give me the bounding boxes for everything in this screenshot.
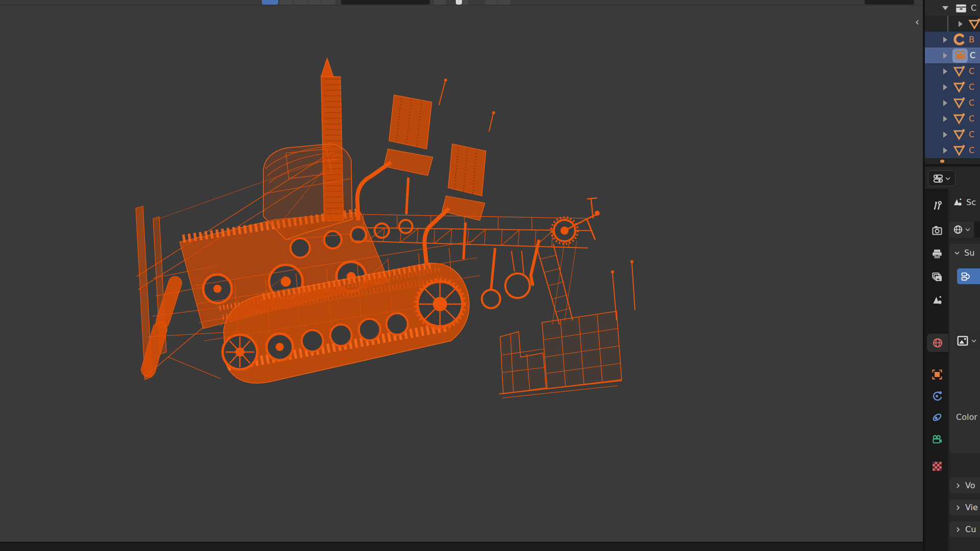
outliner-item-label[interactable]: C [969,66,974,76]
collapse-caret-icon[interactable] [942,6,948,10]
tab-output[interactable] [926,245,948,263]
surface-panel-label: Su [964,248,974,258]
expand-caret-icon[interactable] [943,147,947,154]
outliner-item-label[interactable]: C [969,130,974,139]
curve-icon [952,33,966,46]
image-icon [957,335,969,347]
custom-properties-panel-header[interactable]: Cu [950,521,980,537]
outliner-row-clipped [940,160,944,163]
tab-view-layer[interactable] [926,268,948,287]
world-id-row [949,221,980,238]
outliner-item-label[interactable]: C [969,98,974,108]
outliner-row-camera-active[interactable]: C [925,47,980,63]
outliner-item-label[interactable]: C [971,3,976,13]
tab-tool[interactable] [926,197,948,215]
active-icon-highlight [952,48,968,63]
outliner-row-mesh[interactable]: C [925,111,980,127]
outliner-row-child-object[interactable] [925,16,980,32]
tab-texture[interactable] [926,457,948,475]
volume-panel-header[interactable]: Vo [950,478,980,493]
mesh-data-icon [952,144,966,157]
chevron-down-icon [945,176,951,182]
expand-caret-icon[interactable] [943,53,947,59]
expand-caret-icon[interactable] [943,37,947,43]
outliner-row-mesh[interactable]: C [925,79,980,95]
viewport-display-panel-label: Vie [965,503,978,512]
color-property-label: Color [956,412,977,422]
3d-viewport[interactable]: ‹ [0,0,924,542]
volume-panel-label: Vo [965,481,975,490]
world-browse-button[interactable] [949,221,974,238]
expand-caret-icon[interactable] [943,68,947,74]
tab-scene[interactable] [926,291,948,309]
right-panel-column: C B [925,0,980,551]
green-camera-icon [932,434,943,445]
blender-window: ‹ [0,0,980,551]
use-nodes-button[interactable] [957,268,980,284]
world-name-field[interactable] [974,221,980,238]
image-stack-icon [932,272,943,283]
properties-content: Sc [948,189,980,551]
expand-caret-icon[interactable] [943,116,947,122]
outliner-row-curve[interactable]: B [925,32,980,47]
timeline-strip[interactable] [0,542,924,551]
mesh-data-icon [952,81,966,94]
breadcrumb-scene-label: Sc [966,197,976,207]
mesh-data-icon [952,112,966,126]
tab-object[interactable] [926,365,948,384]
outliner-item-label[interactable]: C [970,51,975,60]
expand-caret-icon[interactable] [943,100,947,106]
tab-world-active[interactable] [927,334,948,352]
chevron-down-icon [971,338,977,344]
outliner-item-label[interactable]: C [969,145,974,155]
expand-caret-icon[interactable] [959,21,963,27]
outliner-row-mesh[interactable]: C [925,142,980,158]
panel-collapsed-icon [955,527,961,533]
scene-breadcrumb-icon [952,197,963,207]
constraint-clamp-icon [932,412,943,423]
tab-constraints[interactable] [926,408,948,427]
properties-sliders-icon [933,173,943,184]
outliner-row-mesh[interactable]: C [925,63,980,79]
mesh-data-icon [952,128,966,141]
outliner-item-label[interactable]: B [969,35,974,44]
globe-icon [953,224,963,235]
cone-spheres-icon [932,294,943,306]
environment-image-selector[interactable] [954,332,980,349]
camera-icon [954,49,966,62]
outliner-editor[interactable]: C B [925,0,980,164]
tree-connector-line [947,16,948,32]
mesh-data-icon [952,96,966,110]
outliner-row-mesh[interactable]: C [925,95,980,111]
panel-expanded-icon [954,250,960,256]
globe-icon [932,337,943,348]
outliner-item-label[interactable]: C [969,114,974,123]
expand-caret-icon[interactable] [943,84,947,90]
wireframe-model[interactable] [0,0,924,542]
outliner-item-label[interactable]: C [969,82,974,92]
tab-render[interactable] [926,221,948,240]
panel-collapsed-icon [955,505,961,511]
printer-icon [932,248,943,260]
expand-caret-icon[interactable] [943,132,947,138]
tab-physics[interactable] [926,387,948,405]
custom-properties-panel-label: Cu [965,524,976,534]
viewport-display-panel-header[interactable]: Vie [950,499,980,515]
chevron-down-icon [965,227,971,233]
wrench-screwdriver-icon [932,201,943,212]
camera-back-icon [932,225,943,236]
tab-object-data-camera[interactable] [926,431,948,449]
surface-panel-header[interactable]: Su [954,248,974,258]
breadcrumb[interactable]: Sc [952,197,976,207]
checkerboard-icon [932,461,943,472]
outliner-row-collection[interactable]: C [925,0,980,16]
outliner-row-mesh[interactable]: C [925,127,980,142]
panel-collapsed-icon [955,483,961,489]
surface-panel: Su [950,244,980,453]
object-square-icon [932,369,943,380]
mesh-data-icon [968,17,980,31]
nodes-icon [961,271,971,282]
editor-type-button[interactable] [928,170,955,186]
properties-tab-strip [925,189,948,551]
mesh-data-icon [952,65,966,78]
